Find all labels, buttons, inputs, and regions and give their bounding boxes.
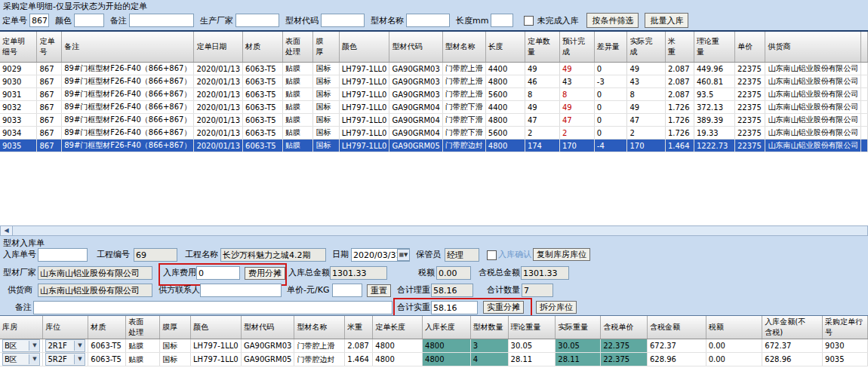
grid-row[interactable]: B区▼2R1F▼6063-T5贴膜国标LH797-1LL0GA90GRM03门带… — [0, 339, 868, 353]
grid-cell: 3 — [470, 339, 508, 353]
filter-by-condition-button[interactable]: 按条件筛选 — [586, 13, 639, 28]
tax-field[interactable] — [436, 266, 471, 280]
grid-cell: 门带腔下滑 — [442, 127, 485, 140]
grid-row[interactable]: B区▼5R2F▼6063-T5贴膜国标LH797-1LL0GA90GRM05门带… — [0, 353, 868, 366]
grid-row[interactable]: 903086789#门框型材F26-F40（866+867）2020/01/13… — [0, 75, 868, 88]
filter-profile_name-input[interactable] — [406, 14, 450, 27]
unit-price-field[interactable] — [332, 284, 362, 297]
grid-cell: 山东南山铝业股份有限公司 — [765, 88, 861, 101]
grid-cell: 6063-T5 — [243, 75, 283, 88]
project-name-field[interactable] — [220, 248, 326, 262]
copy-location-button[interactable]: 复制库房库位 — [533, 248, 590, 261]
grid-cell: 22375 — [735, 101, 765, 114]
grid-cell: 4800 — [373, 353, 423, 366]
column-header: 长度 — [485, 32, 525, 63]
grid-cell: 28.11 — [556, 353, 601, 366]
remark-field[interactable] — [33, 301, 392, 314]
fee-share-button[interactable]: 费用分摊 — [245, 267, 285, 280]
column-header: 表面 处理 — [283, 32, 313, 63]
grid-cell: LH797-1LL0 — [339, 140, 389, 152]
filter-color-input[interactable] — [74, 14, 104, 27]
chevron-down-icon[interactable]: ▼ — [29, 354, 39, 364]
grid-cell — [861, 88, 868, 101]
fee-field[interactable] — [196, 266, 240, 280]
grid-cell: 国标 — [313, 88, 339, 101]
grid-cell: GA90GRM03 — [389, 63, 442, 75]
grid-cell: 47 — [525, 114, 559, 127]
grid-cell: 0.00 — [706, 353, 762, 366]
grid-cell: 49 — [559, 63, 594, 75]
grid-cell: 47 — [627, 114, 665, 127]
grid-cell: 贴膜 — [283, 101, 313, 114]
cell-combo[interactable]: B区▼ — [2, 339, 40, 352]
filter-order_no-input[interactable] — [29, 14, 49, 27]
actual-weight-share-button[interactable]: 实重分摊 — [483, 301, 524, 314]
column-header: 实际重量 — [556, 316, 601, 339]
grid-cell: LH797-1LL0 — [339, 114, 389, 127]
grid-cell: 460.81 — [694, 75, 735, 88]
supplier-contact-field[interactable] — [200, 284, 282, 297]
theoretical-total-label: 合计理重 — [397, 284, 430, 297]
grid-cell: 国标 — [313, 114, 339, 127]
grid-row[interactable]: 903286789#门框型材F26-F40（866+867）2020/01/13… — [0, 101, 868, 114]
total-amount-field[interactable] — [330, 266, 387, 280]
cell-combo[interactable]: 2R1F▼ — [45, 339, 85, 352]
grid-cell: 6063-T5 — [243, 127, 283, 140]
split-location-button[interactable]: 拆分库位 — [536, 301, 577, 314]
grid-cell: 山东南山铝业股份有限公司 — [765, 114, 861, 127]
supplier-field[interactable] — [38, 284, 152, 297]
grid-cell: 贴膜 — [283, 114, 313, 127]
grid-cell: 2020/01/13 — [194, 114, 243, 127]
scroll-left-arrow-icon[interactable]: ◀ — [1, 226, 13, 235]
grid-cell: 22375 — [735, 88, 765, 101]
grid-row[interactable]: 903186789#门框型材F26-F40（866+867）2020/01/13… — [0, 88, 868, 101]
date-dropdown-button[interactable]: ▦▼ — [397, 249, 410, 261]
cell-combo[interactable]: 5R2F▼ — [45, 353, 85, 366]
grid-cell — [861, 114, 868, 127]
grid-cell: 9031 — [0, 88, 37, 101]
keeper-field[interactable] — [445, 248, 479, 262]
grid-cell: 19.33 — [694, 127, 735, 140]
grid-row[interactable]: 902986789#门框型材F26-F40（866+867）2020/01/13… — [0, 63, 868, 75]
incomplete-inbound-checkbox[interactable] — [524, 16, 534, 26]
theoretical-total-field[interactable] — [431, 284, 473, 297]
inbound-no-field[interactable] — [38, 248, 88, 262]
filter-factory-input[interactable] — [235, 14, 279, 27]
grid-cell: 22375 — [735, 140, 765, 152]
chevron-down-icon[interactable]: ▼ — [74, 341, 85, 351]
column-header: 备注 — [62, 32, 194, 63]
batch-inbound-button[interactable]: 批量入库 — [645, 13, 688, 28]
grid-cell: GA90GRM03 — [389, 75, 442, 88]
grid-cell: 9035 — [0, 140, 37, 152]
grid-cell: 2.087 — [665, 75, 694, 88]
filter-remark-label: 备注 — [110, 15, 127, 26]
maker-field[interactable] — [38, 266, 152, 280]
supplier-contact-label: 供方联系人 — [159, 284, 200, 297]
actual-total-field[interactable] — [431, 301, 478, 314]
project-no-label: 工程编号 — [97, 248, 130, 262]
cell-combo[interactable]: B区▼ — [2, 353, 40, 366]
grid-cell: 2.087 — [665, 88, 694, 101]
column-header: 入库金额(不 含税) — [762, 316, 823, 339]
grid-row[interactable]: 903586789#门框型材F26-F40（866+867）2020/01/13… — [0, 140, 868, 152]
grid-cell: GA90GRM04 — [389, 101, 442, 114]
filter-length_mm-input[interactable] — [491, 14, 513, 27]
total-amount-label: 入库总金额 — [288, 266, 330, 280]
column-header: 含税金额 — [647, 316, 706, 339]
grid-row[interactable]: 903486789#门框型材F26-F40（866+867）2020/01/13… — [0, 127, 868, 140]
qty-total-field[interactable] — [522, 284, 553, 297]
chevron-down-icon[interactable]: ▼ — [74, 354, 85, 364]
grid-cell: GA90GRM05 — [389, 140, 442, 152]
remark-label: 备注 — [15, 301, 32, 314]
filter-remark-input[interactable] — [129, 14, 194, 27]
grid-row[interactable]: 903386789#门框型材F26-F40（866+867）2020/01/13… — [0, 114, 868, 127]
inbound-confirm-checkbox[interactable] — [487, 250, 497, 260]
project-no-field[interactable] — [134, 248, 177, 262]
reset-button[interactable]: 重置 — [367, 284, 391, 297]
grid-cell: 门带腔上滑 — [442, 88, 485, 101]
filter-profile_code-input[interactable] — [321, 14, 365, 27]
total-with-tax-field[interactable] — [521, 266, 569, 280]
grid-cell: 0 — [594, 63, 627, 75]
chevron-down-icon[interactable]: ▼ — [29, 341, 39, 351]
order-grid-hscrollbar[interactable]: ◀ — [0, 225, 868, 236]
